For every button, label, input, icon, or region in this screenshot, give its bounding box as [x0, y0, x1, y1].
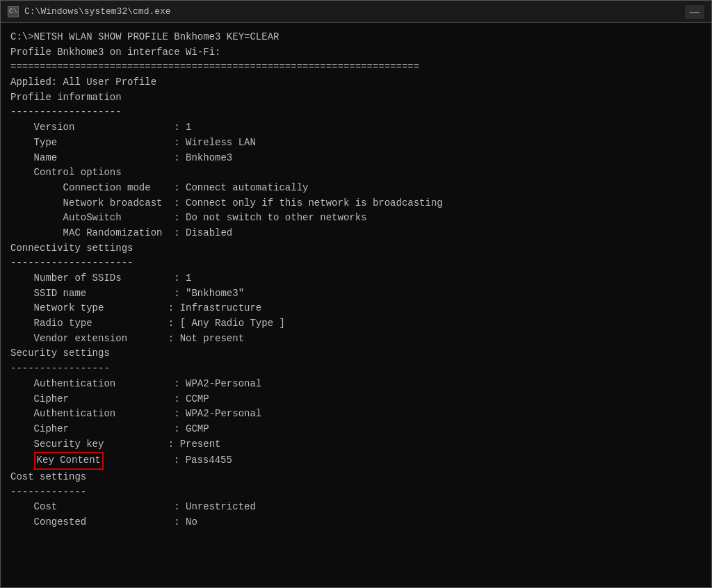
- terminal-line-command: C:\>NETSH WLAN SHOW PROFILE Bnkhome3 KEY…: [10, 30, 702, 45]
- key-content-highlighted: Key Content: [34, 452, 104, 470]
- terminal-line-security: Security settings: [10, 346, 702, 361]
- terminal-line-cipher1: Cipher : CCMP: [10, 392, 702, 407]
- title-bar: C\ C:\Windows\system32\cmd.exe —: [1, 1, 711, 23]
- terminal-line-mac_rand: MAC Randomization : Disabled: [10, 226, 702, 241]
- terminal-line-separator3: ---------------------: [10, 256, 702, 271]
- terminal-line-cost: Cost : Unrestricted: [10, 500, 702, 515]
- terminal-line-security_key: Security key : Present: [10, 437, 702, 452]
- terminal-line-auth2: Authentication : WPA2-Personal: [10, 407, 702, 422]
- terminal-line-autoswitch: AutoSwitch : Do not switch to other netw…: [10, 211, 702, 226]
- terminal-line-connection_mode: Connection mode : Connect automatically: [10, 181, 702, 196]
- terminal-line-separator5: -------------: [10, 485, 702, 500]
- terminal-line-separator4: -----------------: [10, 361, 702, 377]
- terminal-line-network_type: Network type : Infrastructure: [10, 301, 702, 316]
- terminal-line-separator1: ========================================…: [10, 60, 702, 75]
- terminal-line-key_content: Key Content : Pass4455: [10, 452, 702, 470]
- minimize-button[interactable]: —: [685, 5, 704, 19]
- terminal-line-control_options: Control options: [10, 165, 702, 181]
- terminal-line-num_ssids: Number of SSIDs : 1: [10, 271, 702, 286]
- title-bar-text: C:\Windows\system32\cmd.exe: [24, 6, 685, 17]
- terminal-line-ssid_name: SSID name : "Bnkhome3": [10, 286, 702, 302]
- terminal-line-profile_header: Profile Bnkhome3 on interface Wi-Fi:: [10, 45, 702, 60]
- terminal-line-connectivity: Connectivity settings: [10, 241, 702, 256]
- terminal-body[interactable]: C:\>NETSH WLAN SHOW PROFILE Bnkhome3 KEY…: [1, 23, 711, 587]
- terminal-line-applied: Applied: All User Profile: [10, 75, 702, 90]
- terminal-line-separator2: -------------------: [10, 105, 702, 120]
- cmd-window: C\ C:\Windows\system32\cmd.exe — C:\>NET…: [0, 0, 712, 588]
- terminal-line-vendor_ext: Vendor extension : Not present: [10, 332, 702, 347]
- terminal-line-auth1: Authentication : WPA2-Personal: [10, 377, 702, 392]
- window-icon: C\: [8, 6, 19, 17]
- terminal-line-cipher2: Cipher : GCMP: [10, 422, 702, 437]
- terminal-line-network_broadcast: Network broadcast : Connect only if this…: [10, 196, 702, 211]
- terminal-line-version: Version : 1: [10, 120, 702, 136]
- terminal-line-type: Type : Wireless LAN: [10, 136, 702, 151]
- window-controls: —: [685, 5, 704, 19]
- terminal-line-name: Name : Bnkhome3: [10, 151, 702, 166]
- terminal-line-radio_type: Radio type : [ Any Radio Type ]: [10, 316, 702, 332]
- terminal-line-cost_settings: Cost settings: [10, 470, 702, 485]
- terminal-line-congested: Congested : No: [10, 515, 702, 530]
- terminal-line-profile_info: Profile information: [10, 90, 702, 106]
